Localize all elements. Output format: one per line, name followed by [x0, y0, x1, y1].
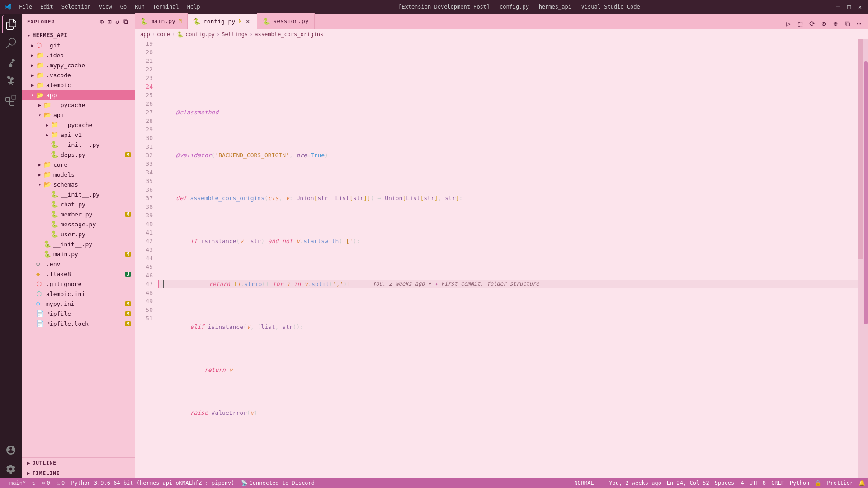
code-token: return — [166, 280, 234, 288]
ln-49: 49 — [135, 297, 153, 305]
menu-selection[interactable]: Selection — [58, 3, 94, 11]
close-button[interactable]: ✕ — [856, 3, 863, 10]
status-errors[interactable]: ⊗ 0 — [39, 478, 52, 488]
tree-item-main[interactable]: ▶ 🐍 main.py M — [22, 249, 135, 259]
tree-item-idea[interactable]: ▶ 📁 .idea — [22, 50, 135, 60]
open-changes-button[interactable]: ⟳ — [807, 18, 817, 29]
breadcrumb-config[interactable]: config.py — [185, 31, 215, 38]
settings-activity-icon[interactable] — [2, 460, 20, 478]
tree-item-gitignore[interactable]: ▶ ⬡ .gitignore — [22, 279, 135, 289]
status-cursor-position[interactable]: Ln 24, Col 52 — [664, 478, 712, 488]
tree-item-pycache1[interactable]: ▶ 📁 __pycache__ — [22, 100, 135, 110]
status-discord[interactable]: 📡 Connected to Discord — [238, 478, 318, 488]
window-title: [Extension Development Host] - config.py… — [204, 4, 835, 10]
minimize-button[interactable]: ─ — [835, 3, 842, 10]
source-control-activity-icon[interactable] — [2, 53, 20, 71]
more-actions-button[interactable]: ⊙ — [818, 18, 829, 29]
more-button[interactable]: ⋯ — [854, 18, 864, 29]
extensions-activity-icon[interactable] — [2, 91, 20, 109]
tree-item-flake8[interactable]: ▶ ◆ .flake8 U — [22, 269, 135, 279]
tree-item-api-v1[interactable]: ▶ 📁 api_v1 — [22, 130, 135, 140]
breadcrumb-method[interactable]: assemble_cors_origins — [255, 31, 323, 38]
status-python-env[interactable]: Python 3.9.6 64-bit (hermes_api-oKMAEhfZ… — [68, 478, 237, 488]
breadcrumb-app[interactable]: app — [140, 31, 150, 38]
debug-activity-icon[interactable] — [2, 72, 20, 90]
tree-item-pycache2[interactable]: ▶ 📁 __pycache__ — [22, 120, 135, 130]
tree-item-git[interactable]: ▶ ⬡ .git — [22, 40, 135, 50]
menu-view[interactable]: View — [95, 3, 116, 11]
status-line-ending[interactable]: CRLF — [769, 478, 787, 488]
code-line-26: return v — [158, 366, 858, 374]
tree-item-mypy-cache[interactable]: ▶ 📁 .mypy_cache — [22, 60, 135, 70]
tree-item-member[interactable]: ▶ 🐍 member.py M — [22, 209, 135, 219]
tree-item-vscode[interactable]: ▶ 📁 .vscode — [22, 70, 135, 80]
code-editor[interactable]: 19 20 21 22 23 24 25 26 27 28 29 30 31 3… — [135, 39, 868, 478]
config-py-close-button[interactable]: × — [244, 18, 251, 25]
menu-terminal[interactable]: Terminal — [149, 3, 183, 11]
status-bar-left: ⑂ main* ↻ ⊗ 0 ⚠ 0 Python 3.9.6 64-bit (h… — [0, 478, 317, 488]
status-bell[interactable]: 🔔 — [856, 478, 868, 488]
tree-root-hermes-api[interactable]: ▾ HERMES_API — [22, 30, 135, 40]
status-lock[interactable]: 🔒 — [812, 478, 824, 488]
collapse-all-button[interactable]: ⧉ — [123, 17, 129, 27]
split-editor-right-button[interactable]: ⬚ — [795, 18, 806, 29]
files-activity-icon[interactable] — [2, 15, 20, 33]
tree-item-schemas[interactable]: ▾ 📂 schemas — [22, 179, 135, 189]
status-warnings[interactable]: ⚠ 0 — [54, 478, 67, 488]
tree-item-init-app[interactable]: ▶ 🐍 __init__.py — [22, 239, 135, 249]
tab-session-py[interactable]: 🐍 session.py — [257, 13, 314, 29]
tree-item-core[interactable]: ▶ 📁 core — [22, 160, 135, 169]
tab-config-py[interactable]: 🐍 config.py M × — [188, 14, 257, 29]
root-label: HERMES_API — [33, 32, 67, 38]
vertical-scrollbar[interactable] — [863, 39, 868, 478]
tree-item-app[interactable]: ▾ 📂 app — [22, 90, 135, 100]
alembic-folder-icon: 📁 — [36, 81, 44, 89]
menu-go[interactable]: Go — [117, 3, 130, 11]
init-app-label: __init__.py — [53, 241, 135, 248]
menu-run[interactable]: Run — [131, 3, 148, 11]
menu-edit[interactable]: Edit — [37, 3, 57, 11]
status-sync[interactable]: ↻ — [29, 478, 38, 488]
menu-file[interactable]: File — [15, 3, 36, 11]
refresh-button[interactable]: ↺ — [115, 17, 121, 27]
status-encoding[interactable]: UTF-8 — [747, 478, 769, 488]
tree-item-pipfile[interactable]: ▶ 📄 Pipfile M — [22, 309, 135, 319]
tree-item-api[interactable]: ▾ 📂 api — [22, 110, 135, 120]
code-content[interactable]: @classmethod @validator('BACKEND_CORS_OR… — [158, 39, 858, 478]
tree-item-message[interactable]: ▶ 🐍 message.py — [22, 219, 135, 229]
status-git-blame[interactable]: You, 2 weeks ago — [606, 478, 664, 488]
status-indentation[interactable]: Spaces: 4 — [712, 478, 747, 488]
new-file-button[interactable]: ⊕ — [99, 17, 105, 27]
ln-38: 38 — [135, 202, 153, 211]
status-vim-mode[interactable]: -- NORMAL -- — [562, 478, 607, 488]
tree-item-chat[interactable]: ▶ 🐍 chat.py — [22, 199, 135, 209]
breadcrumb-core[interactable]: core — [157, 31, 170, 38]
timeline-header[interactable]: ▶ TIMELINE — [22, 468, 135, 478]
tab-main-py[interactable]: 🐍 main.py M — [135, 13, 188, 29]
tree-item-models[interactable]: ▶ 📁 models — [22, 169, 135, 179]
new-folder-button[interactable]: ⊞ — [107, 17, 113, 27]
split-editor-button[interactable]: ⧉ — [842, 18, 853, 29]
run-button[interactable]: ▷ — [783, 18, 794, 29]
tree-item-pipfile-lock[interactable]: ▶ 📄 Pipfile.lock M — [22, 319, 135, 328]
tree-item-mypy-ini[interactable]: ▶ ⚙ mypy.ini M — [22, 299, 135, 309]
status-prettier[interactable]: Prettier — [824, 478, 856, 488]
maximize-button[interactable]: □ — [845, 3, 853, 10]
timeline-pin-button[interactable]: ⊕ — [830, 18, 841, 29]
outline-header[interactable]: ▶ OUTLINE — [22, 458, 135, 468]
tree-item-alembic-ini[interactable]: ▶ ⬡ alembic.ini — [22, 289, 135, 299]
tree-item-init-api[interactable]: ▶ 🐍 __init__.py — [22, 140, 135, 150]
tree-item-deps[interactable]: ▶ 🐍 deps.py M — [22, 150, 135, 160]
tree-item-env[interactable]: ▶ ⚙ .env — [22, 259, 135, 269]
status-git-branch[interactable]: ⑂ main* — [2, 478, 28, 488]
status-language[interactable]: Python — [787, 478, 812, 488]
tree-item-user[interactable]: ▶ 🐍 user.py — [22, 229, 135, 239]
tree-item-alembic[interactable]: ▶ 📁 alembic — [22, 80, 135, 90]
accounts-activity-icon[interactable] — [2, 441, 20, 459]
breadcrumb-settings[interactable]: Settings — [222, 31, 248, 38]
tree-item-init-schemas[interactable]: ▶ 🐍 __init__.py — [22, 189, 135, 199]
warning-count: 0 — [61, 480, 65, 486]
search-activity-icon[interactable] — [2, 34, 20, 52]
mypy-label: .mypy_cache — [46, 62, 135, 69]
menu-help[interactable]: Help — [184, 3, 204, 11]
